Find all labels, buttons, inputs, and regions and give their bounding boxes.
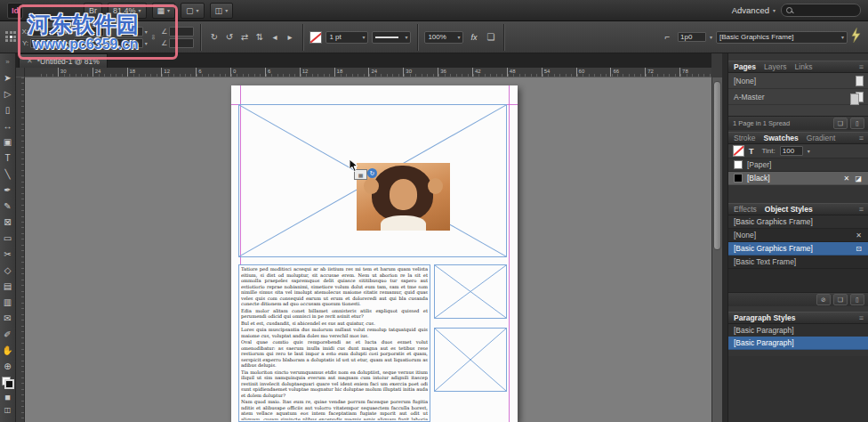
pasteboard[interactable]: ▦ ↻ Tatiore ped moditisci acsequi ar ab … xyxy=(25,77,711,422)
search-box[interactable] xyxy=(781,4,861,17)
effects-button[interactable]: fx xyxy=(467,31,480,44)
object-styles-panel-tab[interactable]: Effects xyxy=(734,205,757,214)
type-tool[interactable]: T xyxy=(1,150,15,166)
rotation-field[interactable] xyxy=(169,27,194,37)
line-tool[interactable]: ╲ xyxy=(1,166,15,182)
x-position-field[interactable] xyxy=(30,27,60,37)
swatches-panel-tab[interactable]: Gradient xyxy=(807,134,836,142)
direct-selection-tool[interactable]: ▷ xyxy=(1,85,15,101)
tint-field[interactable]: 100 xyxy=(780,146,803,156)
corner-radius-field[interactable]: 1p0 xyxy=(678,32,706,42)
scale-x-field[interactable] xyxy=(117,27,143,37)
select-previous-icon[interactable]: ◂ xyxy=(268,31,281,44)
swatches-panel-tab[interactable]: Swatches xyxy=(764,134,799,142)
opacity-dropdown[interactable]: 100%▾ xyxy=(424,31,463,44)
scale-y-field[interactable] xyxy=(117,38,143,48)
rotate-ccw-icon[interactable]: ↺ xyxy=(222,31,236,44)
object-style-row[interactable]: [Basic Text Frame] xyxy=(728,256,868,269)
ruler-origin-corner[interactable] xyxy=(16,68,25,77)
vertical-ruler[interactable] xyxy=(16,77,25,422)
panel-collapse-icon[interactable]: » xyxy=(5,55,9,69)
fill-proxy-swatch[interactable] xyxy=(733,145,744,157)
document-tab[interactable]: ✕ *Untitled-1 @ 81% xyxy=(19,53,108,68)
content-collector-tool[interactable]: ▣ xyxy=(1,134,15,150)
rectangle-tool[interactable]: ▭ xyxy=(1,230,15,246)
fill-stroke-swatches[interactable] xyxy=(2,377,14,389)
page-tool[interactable]: ▯ xyxy=(1,101,15,118)
zoom-level-dropdown[interactable]: 81.4%▾ xyxy=(108,3,147,19)
pencil-tool[interactable]: ✎ xyxy=(1,198,15,214)
object-styles-panel-tab[interactable]: Object Styles xyxy=(765,205,813,214)
paragraph-style-row[interactable]: [Basic Paragraph] xyxy=(728,337,868,350)
object-style-dropdown[interactable]: [Basic Graphics Frame]▾ xyxy=(716,31,848,44)
rotate-cw-icon[interactable]: ↻ xyxy=(207,31,221,44)
flip-horizontal-icon[interactable]: ⇄ xyxy=(237,31,251,44)
current-paragraph-style[interactable]: [Basic Paragraph] xyxy=(728,324,868,337)
scissors-tool[interactable]: ✂ xyxy=(1,246,15,262)
free-transform-tool[interactable]: ◇ xyxy=(1,262,15,278)
drop-shadow-button[interactable]: ❏ xyxy=(484,31,497,44)
edit-badge-icon[interactable]: ↻ xyxy=(367,168,377,178)
reference-point-proxy[interactable] xyxy=(5,31,17,43)
apply-color-icon[interactable]: ◼ xyxy=(1,391,15,403)
stroke-swatch[interactable] xyxy=(4,379,14,389)
flip-vertical-icon[interactable]: ⇅ xyxy=(253,31,266,44)
selection-tool[interactable]: ➤ xyxy=(1,69,15,85)
stroke-weight-dropdown[interactable]: 1 pt▾ xyxy=(326,31,368,44)
pen-tool[interactable]: ✒ xyxy=(1,182,15,198)
constrain-proportions-icon[interactable]: ∞ xyxy=(106,35,114,40)
eyedropper-tool[interactable]: ✐ xyxy=(1,326,15,342)
shear-field[interactable] xyxy=(169,38,194,48)
screen-mode-icon[interactable]: ◫ xyxy=(1,403,15,416)
delete-style-icon[interactable]: ▯ xyxy=(850,294,864,305)
arrange-documents-button[interactable]: ◫▾ xyxy=(210,3,234,19)
delete-page-icon[interactable]: ▯ xyxy=(850,118,864,129)
note-tool[interactable]: ✉ xyxy=(1,310,15,326)
search-input[interactable] xyxy=(796,6,846,14)
corner-options-icon[interactable]: ⌐ xyxy=(661,31,674,44)
close-icon[interactable]: ✕ xyxy=(27,57,33,65)
object-style-row[interactable]: [None]✕ xyxy=(728,229,868,242)
swatch-row[interactable]: [Paper] xyxy=(728,158,868,172)
pages-panel-tab[interactable]: Links xyxy=(795,62,813,71)
new-spread-icon[interactable]: ❏ xyxy=(833,118,848,129)
select-next-icon[interactable]: ▸ xyxy=(283,31,296,44)
gradient-swatch-tool[interactable]: ▤ xyxy=(1,278,15,294)
text-color-icon[interactable]: T xyxy=(749,147,754,156)
current-object-style[interactable]: [Basic Graphics Frame] xyxy=(728,215,868,229)
quick-apply-icon[interactable] xyxy=(851,28,861,46)
pages-panel-tab[interactable]: Layers xyxy=(764,62,787,71)
height-field[interactable] xyxy=(74,38,104,48)
y-position-field[interactable] xyxy=(30,38,60,48)
pages-panel-tab[interactable]: Pages xyxy=(734,62,756,71)
panel-menu-icon[interactable]: ≡ xyxy=(859,134,864,142)
swatch-row[interactable]: [Black]✕ ◪ xyxy=(728,172,868,185)
gap-tool[interactable]: ↔ xyxy=(1,118,15,134)
graphics-frame-large[interactable]: ▦ ↻ xyxy=(238,104,507,257)
rectangle-frame-tool[interactable]: ⊠ xyxy=(1,214,15,230)
horizontal-ruler[interactable]: 30241812606121824303642485460667278 xyxy=(16,68,711,77)
gradient-feather-tool[interactable]: ▥ xyxy=(1,294,15,310)
vertical-scrollbar[interactable] xyxy=(711,77,722,422)
new-style-icon[interactable]: ❏ xyxy=(833,294,848,305)
stroke-type-dropdown[interactable]: ▾ xyxy=(372,31,411,44)
swatches-panel-tab[interactable]: Stroke xyxy=(734,134,756,142)
panel-menu-icon[interactable]: ≡ xyxy=(859,313,864,322)
view-options-button[interactable]: ▦▾ xyxy=(152,3,176,19)
paragraph-styles-title[interactable]: Paragraph Styles xyxy=(734,313,795,322)
workspace-switcher[interactable]: Advanced▾ xyxy=(732,5,776,15)
panel-menu-icon[interactable]: ≡ xyxy=(859,62,864,71)
graphics-frame-small-1[interactable] xyxy=(434,264,507,319)
graphics-frame-small-2[interactable] xyxy=(434,328,507,392)
bridge-button[interactable]: Br xyxy=(84,3,102,19)
zoom-tool[interactable]: ⊕ xyxy=(1,358,15,374)
panel-menu-icon[interactable]: ≡ xyxy=(859,205,864,214)
hand-tool[interactable]: ✋ xyxy=(1,342,15,358)
screen-mode-button[interactable]: ▢▾ xyxy=(181,3,205,19)
page-row[interactable]: [None] xyxy=(728,73,868,89)
constrain-scale-icon[interactable]: ∞ xyxy=(149,35,157,40)
clear-overrides-icon[interactable]: ⊘ xyxy=(816,294,831,305)
page-row[interactable]: A-Master xyxy=(728,89,868,105)
scrollbar-thumb[interactable] xyxy=(713,81,721,250)
width-field[interactable] xyxy=(74,27,104,37)
